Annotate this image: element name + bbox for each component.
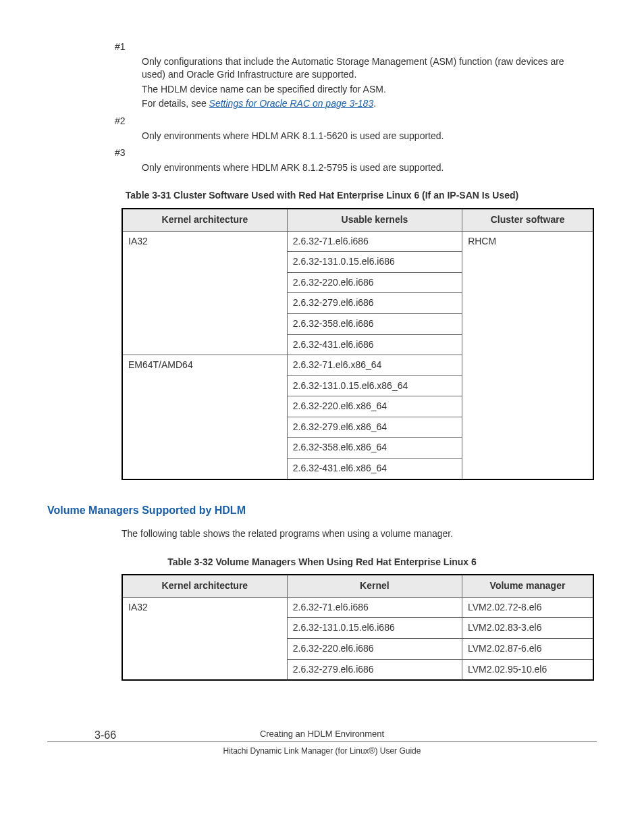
table-32-header-kernel: Kernel [287,575,462,597]
footnote-body-3: Only environments where HDLM ARK 8.1.2-5… [142,161,570,175]
table-cell-vm: LVM2.02.95-10.el6 [462,659,594,680]
table-cell-kernel: 2.6.32-220.el6.x86_64 [287,396,462,417]
table-31-header-cluster: Cluster software [462,209,593,231]
section-intro-paragraph: The following table shows the related pr… [122,527,570,541]
footnote-1-p2: The HDLM device name can be specified di… [142,83,570,97]
footer-divider [47,741,597,742]
table-cell-arch: EM64T/AMD64 [122,355,287,479]
footnote-3-p1: Only environments where HDLM ARK 8.1.2-5… [142,161,570,175]
table-31-header-kernels: Usable kernels [287,209,462,231]
table-header-row: Kernel architecture Usable kernels Clust… [122,209,593,231]
footer-chapter-title: Creating an HDLM Environment [47,728,597,740]
table-cell-kernel: 2.6.32-131.0.15.el6.i686 [287,618,462,639]
table-cell-arch: IA32 [122,231,287,355]
table-cell-vm: LVM2.02.72-8.el6 [462,597,594,618]
table-31-header-arch: Kernel architecture [122,209,287,231]
footnote-1-p3: For details, see Settings for Oracle RAC… [142,97,570,111]
table-cell-vm: LVM2.02.87-6.el6 [462,639,594,660]
footnote-label-2: #2 [115,115,597,128]
table-cell-kernel: 2.6.32-279.el6.i686 [287,659,462,680]
table-32-header-vm: Volume manager [462,575,594,597]
footnote-body-2: Only environments where HDLM ARK 8.1.1-5… [142,130,570,143]
table-cell-kernel: 2.6.32-71.el6.i686 [287,231,462,252]
footnote-body-1: Only configurations that include the Aut… [142,55,570,111]
table-row: IA32 2.6.32-71.el6.i686 LVM2.02.72-8.el6 [122,597,593,618]
footnote-1-p3-prefix: For details, see [142,98,209,109]
table-32-header-arch: Kernel architecture [122,575,287,597]
page-number: 3-66 [95,728,116,743]
section-heading-volume-managers: Volume Managers Supported by HDLM [47,503,597,518]
table-cell-kernel: 2.6.32-431.el6.x86_64 [287,459,462,479]
table-cell-kernel: 2.6.32-279.el6.i686 [287,293,462,314]
footer-document-title: Hitachi Dynamic Link Manager (for Linux®… [223,746,421,756]
table-31-cluster-software: Kernel architecture Usable kernels Clust… [122,208,594,480]
table-cell-cluster: RHCM [462,231,593,479]
table-cell-kernel: 2.6.32-358.el6.x86_64 [287,438,462,459]
table-32-volume-managers: Kernel architecture Kernel Volume manage… [122,574,594,681]
table-cell-vm: LVM2.02.83-3.el6 [462,618,594,639]
page-footer: 3-66 Creating an HDLM Environment Hitach… [47,728,597,757]
table-32-caption: Table 3-32 Volume Managers When Using Re… [115,556,529,569]
table-cell-kernel: 2.6.32-431.el6.i686 [287,334,462,355]
xref-link-oracle-rac[interactable]: Settings for Oracle RAC on page 3-183 [209,98,374,109]
table-cell-kernel: 2.6.32-220.el6.i686 [287,639,462,660]
footnote-label-1: #1 [115,41,597,54]
table-cell-kernel: 2.6.32-220.el6.i686 [287,272,462,293]
table-cell-kernel: 2.6.32-71.el6.x86_64 [287,355,462,376]
table-cell-kernel: 2.6.32-131.0.15.el6.i686 [287,252,462,273]
footnote-label-3: #3 [115,147,597,160]
table-row: IA32 2.6.32-71.el6.i686 RHCM [122,231,593,252]
table-cell-kernel: 2.6.32-71.el6.i686 [287,597,462,618]
footnote-1-p1: Only configurations that include the Aut… [142,55,570,82]
table-31-caption: Table 3-31 Cluster Software Used with Re… [115,189,529,203]
table-cell-kernel: 2.6.32-358.el6.i686 [287,313,462,334]
table-cell-kernel: 2.6.32-131.0.15.el6.x86_64 [287,375,462,396]
table-header-row: Kernel architecture Kernel Volume manage… [122,575,593,597]
footnote-2-p1: Only environments where HDLM ARK 8.1.1-5… [142,130,570,143]
footnote-1-p3-suffix: . [373,98,376,109]
table-cell-kernel: 2.6.32-279.el6.x86_64 [287,417,462,438]
table-cell-arch: IA32 [122,597,287,680]
